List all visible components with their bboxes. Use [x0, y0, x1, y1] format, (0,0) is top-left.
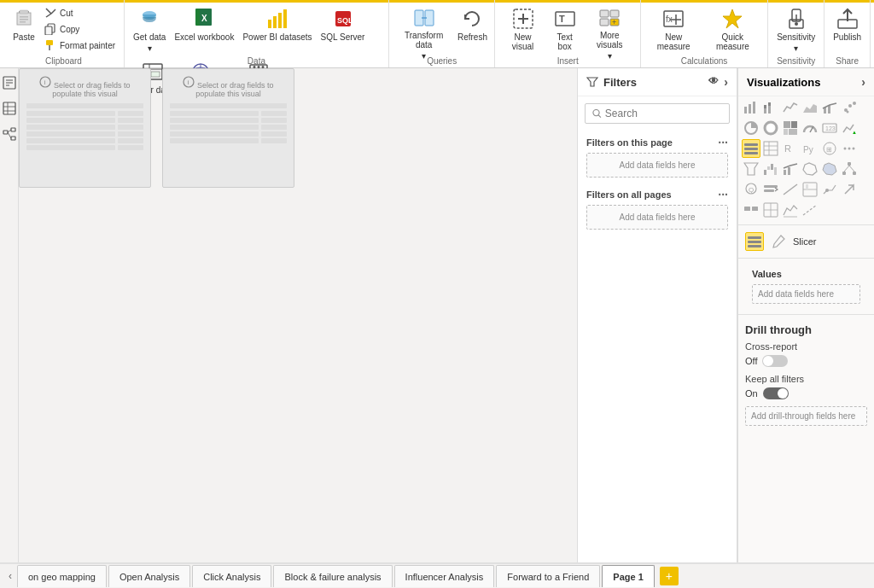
viz-stacked-bar[interactable] — [761, 98, 780, 117]
svg-text:+: + — [612, 18, 616, 26]
quick-measure-button[interactable]: Quick measure — [703, 5, 763, 56]
viz-donut[interactable] — [761, 119, 780, 137]
viz-shape-map[interactable] — [801, 160, 819, 178]
keep-filters-toggle[interactable] — [763, 387, 789, 399]
viz-bar-chart[interactable] — [742, 98, 760, 117]
svg-point-93 — [767, 125, 774, 131]
tab-click[interactable]: Click Analysis — [192, 565, 271, 587]
tab-forward[interactable]: Forward to a Friend — [496, 565, 600, 587]
viz-values-drop[interactable]: Add data fields here — [752, 284, 860, 304]
viz-line-bar[interactable] — [781, 160, 800, 178]
viz-grid-extra2[interactable] — [761, 201, 780, 219]
format-painter-button[interactable]: Format painter — [41, 38, 119, 53]
viz-grid-extra3[interactable] — [781, 201, 800, 219]
filters-chevron-icon[interactable]: › — [724, 75, 728, 89]
viz-slicer[interactable] — [742, 139, 760, 158]
tab-page1[interactable]: Page 1 — [602, 565, 654, 587]
new-measure-button[interactable]: fx New measure — [646, 5, 702, 56]
transform-data-button[interactable]: Transform data▾ — [394, 5, 454, 56]
viz-treemap[interactable] — [781, 119, 800, 137]
add-page-button[interactable]: + — [660, 567, 679, 585]
svg-line-6 — [46, 9, 51, 14]
get-data-button[interactable]: Get data▾ — [130, 5, 169, 56]
filter-search-input[interactable] — [605, 108, 722, 119]
filters-eye-icon[interactable]: 👁 — [708, 75, 719, 89]
viz-line-chart[interactable] — [781, 98, 800, 117]
viz-arrow[interactable] — [840, 180, 859, 199]
viz-metric[interactable] — [801, 180, 819, 199]
tab-geo[interactable]: on geo mapping — [17, 565, 107, 587]
drill-through-section: Drill through Cross-report Off Keep all … — [738, 318, 874, 434]
svg-rect-19 — [278, 13, 282, 28]
svg-rect-42 — [600, 10, 609, 17]
viz-waterfall[interactable] — [761, 160, 780, 178]
viz-matrix[interactable]: R — [781, 139, 800, 158]
viz-card[interactable]: 123 — [820, 119, 839, 137]
paste-button[interactable]: Paste — [9, 5, 39, 56]
filters-on-page-more[interactable]: ··· — [718, 136, 728, 149]
svg-line-8 — [51, 9, 55, 14]
viz-qna[interactable]: Q — [742, 180, 760, 199]
svg-rect-120 — [774, 167, 777, 175]
report-icon[interactable] — [2, 75, 17, 90]
tab-influencer[interactable]: Influencer Analysis — [394, 565, 495, 587]
excel-button[interactable]: X Excel workbook — [171, 5, 237, 56]
share-group: Publish Share — [824, 0, 871, 67]
viz-table[interactable] — [761, 139, 780, 158]
viz-more[interactable] — [840, 139, 859, 158]
viz-python[interactable]: Py — [801, 139, 819, 158]
text-box-button[interactable]: T Text box — [547, 5, 583, 56]
viz-combo-chart[interactable] — [820, 98, 839, 117]
svg-line-126 — [844, 166, 849, 172]
svg-rect-18 — [273, 16, 277, 28]
viz-funnel[interactable] — [742, 160, 760, 178]
viz-edit-interactions[interactable] — [820, 180, 839, 199]
filters-on-page-title: Filters on this page ··· — [586, 136, 728, 149]
tab-block[interactable]: Block & failure analysis — [273, 565, 392, 587]
visual-1[interactable]: i Select or drag fields to populate this… — [19, 68, 151, 188]
copy-button[interactable]: Copy — [41, 21, 119, 37]
svg-text:Q: Q — [749, 186, 754, 194]
svg-rect-142 — [748, 241, 761, 243]
filters-all-pages-drop[interactable]: Add data fields here — [586, 205, 728, 230]
more-visuals-button[interactable]: + More visuals▾ — [585, 5, 635, 56]
tab-open[interactable]: Open Analysis — [108, 565, 190, 587]
cross-report-toggle[interactable] — [762, 355, 788, 367]
data-icon[interactable] — [2, 101, 17, 116]
model-icon[interactable] — [2, 126, 17, 142]
viz-r-visual[interactable]: ⊞ — [820, 139, 839, 158]
viz-filled-map[interactable] — [820, 160, 839, 178]
sql-server-button[interactable]: SQL SQL Server — [318, 5, 369, 56]
publish-button[interactable]: Publish — [830, 5, 865, 56]
svg-rect-67 — [11, 137, 15, 140]
filters-all-pages-more[interactable]: ··· — [718, 188, 728, 201]
svg-rect-11 — [46, 40, 53, 45]
viz-grid-extra1[interactable] — [742, 201, 760, 219]
svg-text:SQL: SQL — [337, 16, 353, 25]
keep-filters-row: Keep all filters On — [745, 374, 867, 399]
new-visual-button[interactable]: New visual — [500, 5, 545, 56]
viz-decomp[interactable] — [840, 160, 859, 178]
viz-gauge[interactable] — [801, 119, 819, 137]
viz-line2[interactable] — [781, 180, 800, 199]
viz-kpi[interactable]: ▲ — [840, 119, 859, 137]
viz-slicer-format[interactable] — [745, 232, 764, 251]
filter-search-box[interactable] — [585, 103, 730, 124]
viz-scatter[interactable] — [840, 98, 859, 117]
viz-paint-brush[interactable] — [769, 232, 788, 251]
cut-button[interactable]: Cut — [41, 5, 119, 20]
tab-scroll-left[interactable]: ‹ — [3, 565, 17, 587]
data-label: Data — [125, 56, 388, 66]
viz-grid-extra4[interactable] — [801, 201, 819, 219]
filters-on-page-drop[interactable]: Add data fields here — [586, 153, 728, 178]
viz-pie[interactable] — [742, 119, 760, 137]
visual-2[interactable]: i Select or drag fields to populate this… — [162, 68, 294, 188]
power-bi-datasets-button[interactable]: Power BI datasets — [239, 5, 315, 56]
drill-add-fields[interactable]: Add drill-through fields here — [745, 406, 867, 426]
refresh-button[interactable]: Refresh — [455, 5, 489, 56]
viz-panel-expand[interactable]: › — [861, 75, 865, 89]
viz-values-section: Values Add data fields here — [738, 262, 874, 311]
viz-smart-narrative[interactable] — [761, 180, 780, 199]
viz-area-chart[interactable] — [801, 98, 819, 117]
sensitivity-button[interactable]: Sensitivity▾ — [773, 5, 819, 56]
